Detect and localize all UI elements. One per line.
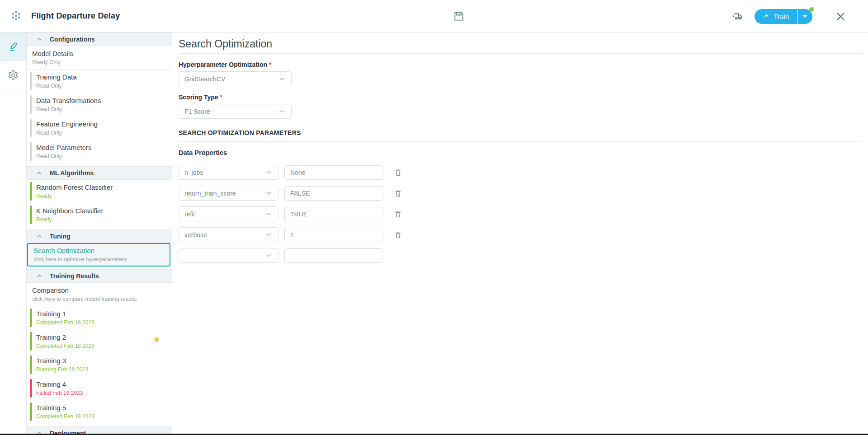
delete-param-button[interactable] — [393, 229, 403, 240]
sidebar-item-training-4[interactable]: Training 4Failed Feb 19 2023 — [27, 377, 172, 400]
sidebar-section-configurations[interactable]: Configurations — [27, 33, 172, 46]
trash-icon — [394, 230, 402, 239]
params-heading: SEARCH OPTIMIZATION PARAMETERS — [179, 129, 862, 136]
field-scoring-type: Scoring Type *F1 Score — [179, 94, 862, 119]
save-button[interactable] — [453, 10, 465, 22]
sidebar-item-model-parameters[interactable]: Model ParametersRead Only — [27, 140, 172, 164]
sidebar-item-training-1[interactable]: Training 1Completed Feb 18 2023 — [27, 306, 172, 330]
redo-arrow-icon — [762, 13, 769, 20]
status-bar — [30, 119, 32, 137]
trash-icon — [394, 168, 402, 177]
sidebar-section-tuning[interactable]: Tuning — [27, 229, 172, 243]
pen-icon — [8, 41, 19, 52]
truck-icon — [731, 10, 744, 23]
select-value: n_jobs — [184, 169, 203, 176]
divider — [179, 53, 862, 54]
item-title: Model Details — [32, 50, 172, 58]
item-subtitle: click here to compare model training res… — [32, 296, 172, 302]
sidebar-item-training-5[interactable]: Training 5Completed Feb 19 2023 — [27, 400, 172, 424]
chevron-down-icon — [265, 252, 273, 259]
section-label: Configurations — [50, 36, 95, 43]
item-subtitle: Ready — [36, 193, 172, 199]
sidebar-item-model-details[interactable]: Model DetailsReady Only — [27, 46, 172, 70]
item-title: Training 3 — [36, 357, 172, 365]
close-button[interactable] — [835, 11, 846, 22]
chevron-down-icon — [265, 210, 273, 218]
section-label: ML Algorithms — [50, 169, 94, 177]
param-value-input[interactable] — [284, 186, 383, 201]
item-title: Search Optimization — [33, 247, 170, 255]
item-title: Data Transformations — [36, 97, 172, 105]
delete-param-button[interactable] — [393, 209, 403, 220]
sidebar-item-data-transformations[interactable]: Data TransformationsRead Only — [27, 93, 172, 117]
param-name-select[interactable]: verbose — [179, 227, 278, 242]
hyperparameter-optimization-select[interactable]: GridSearchCV — [179, 71, 292, 86]
sidebar-item-training-data[interactable]: Training DataRead Only — [27, 70, 172, 93]
train-split-button: Train — [755, 9, 812, 24]
scoring-type-select[interactable]: F1 Score — [179, 104, 292, 119]
item-title: K Neighbors Classifier — [36, 207, 172, 215]
sidebar-item-feature-engineering[interactable]: Feature EngineeringRead Only — [27, 117, 172, 140]
gear-icon — [8, 70, 19, 80]
param-name-select[interactable]: n_jobs — [179, 165, 278, 180]
train-button-label: Train — [774, 13, 789, 20]
delete-param-button[interactable] — [393, 167, 403, 178]
status-bar — [30, 182, 32, 201]
field-hyperparameter-optimization: Hyperparameter Optimization *GridSearchC… — [179, 61, 862, 86]
item-subtitle: Completed Feb 19 2023 — [36, 413, 172, 420]
status-bar — [30, 355, 32, 374]
status-bar — [30, 206, 32, 224]
star-icon[interactable]: ★ — [153, 335, 160, 344]
param-row-n-jobs: n_jobs — [179, 165, 862, 180]
save-icon — [453, 10, 465, 22]
sidebar-section-ml-algorithms[interactable]: ML Algorithms — [27, 166, 172, 180]
app-logo-network-dots-icon — [10, 10, 22, 22]
select-value: F1 Score — [184, 108, 210, 115]
deploy-button[interactable] — [731, 10, 744, 23]
item-title: Training 4 — [36, 380, 172, 388]
sidebar-item-random-forest-classifier[interactable]: Random Forest ClassifierReady — [27, 180, 172, 203]
param-row-verbose: verbose — [179, 227, 862, 242]
item-title: Model Parameters — [36, 144, 172, 152]
select-value: GridSearchCV — [184, 75, 225, 83]
param-group-label: Data Properties — [179, 149, 862, 156]
rail-item-settings[interactable] — [0, 61, 26, 89]
param-name-select[interactable]: return_train_score — [179, 186, 278, 201]
item-title: Random Forest Classifier — [36, 183, 172, 192]
caret-down-icon — [803, 15, 807, 18]
param-value-input[interactable] — [284, 207, 383, 221]
item-subtitle: Read Only — [36, 153, 172, 159]
sidebar-item-training-3[interactable]: Training 3Running Feb 19 2023 — [27, 353, 172, 377]
chevron-down-icon — [265, 231, 273, 239]
item-subtitle: Completed Feb 18 2023 — [36, 343, 172, 349]
required-asterisk: * — [218, 94, 222, 101]
item-subtitle: Ready Only — [32, 59, 172, 65]
top-bar: Flight Departure Delay — [0, 0, 868, 33]
select-value: refit — [184, 210, 195, 218]
configuration-sidebar: ConfigurationsModel DetailsReady OnlyTra… — [27, 33, 172, 435]
sidebar-section-training-results[interactable]: Training Results — [27, 269, 172, 283]
param-value-input[interactable] — [284, 165, 383, 180]
sidebar-item-search-optimization[interactable]: Search Optimizationclick here to optimiz… — [27, 243, 170, 267]
delete-param-button[interactable] — [393, 188, 403, 199]
sidebar-item-k-neighbors-classifier[interactable]: K Neighbors ClassifierReady — [27, 203, 172, 227]
sidebar-item-training-2[interactable]: Training 2Completed Feb 18 2023★ — [27, 330, 172, 353]
item-subtitle: click here to optimize hyperparameters — [33, 256, 170, 262]
chevron-up-icon — [36, 36, 43, 43]
param-value-input[interactable] — [284, 248, 383, 263]
item-subtitle: Failed Feb 19 2023 — [36, 390, 172, 396]
field-label: Scoring Type * — [179, 94, 862, 101]
param-value-input[interactable] — [284, 228, 383, 242]
field-label: Hyperparameter Optimization * — [179, 61, 862, 69]
item-subtitle: Read Only — [36, 83, 172, 89]
rail-item-editor[interactable] — [0, 33, 26, 61]
sidebar-item-comparison[interactable]: Comparisonclick here to compare model tr… — [27, 283, 172, 306]
param-row-refit: refit — [179, 206, 862, 221]
chevron-up-icon — [36, 272, 43, 280]
train-button[interactable]: Train — [755, 9, 797, 24]
status-bar — [30, 332, 32, 351]
param-name-select[interactable]: refit — [179, 206, 278, 221]
select-value: verbose — [184, 231, 207, 239]
param-name-select[interactable] — [179, 248, 278, 263]
section-label: Tuning — [50, 233, 71, 240]
